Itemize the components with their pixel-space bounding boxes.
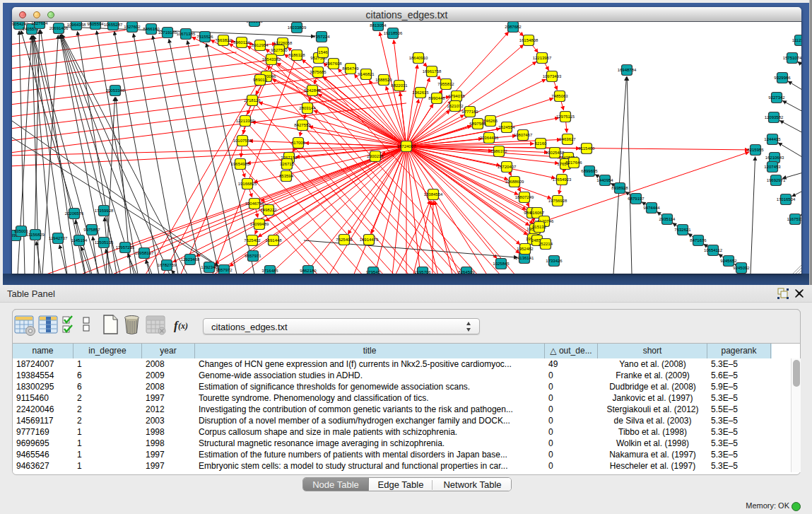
svg-text:9527500: 9527500	[271, 48, 288, 52]
svg-text:8912954: 8912954	[252, 43, 269, 47]
svg-text:12093582: 12093582	[765, 115, 784, 119]
svg-text:10046758: 10046758	[245, 201, 264, 206]
svg-text:6879197: 6879197	[628, 197, 645, 201]
svg-text:18807249: 18807249	[515, 195, 534, 199]
svg-text:8822031: 8822031	[391, 83, 408, 88]
svg-text:14099489: 14099489	[250, 222, 269, 226]
svg-text:7663822: 7663822	[215, 38, 232, 42]
svg-text:1952482: 1952482	[517, 247, 534, 251]
svg-text:10973493: 10973493	[543, 74, 562, 78]
svg-text:12942737: 12942737	[49, 236, 68, 240]
svg-text:1588520: 1588520	[375, 78, 392, 82]
svg-text:8938928: 8938928	[611, 186, 628, 190]
svg-text:10688609: 10688609	[505, 180, 524, 184]
svg-text:7625403: 7625403	[336, 238, 353, 242]
svg-text:1145194: 1145194	[71, 238, 88, 243]
svg-text:18640910: 18640910	[409, 56, 428, 60]
svg-text:9245652: 9245652	[720, 259, 737, 263]
svg-text:2967608: 2967608	[325, 62, 342, 66]
svg-text:10807467: 10807467	[514, 133, 533, 137]
svg-text:2718126: 2718126	[244, 98, 261, 103]
svg-text:15720407: 15720407	[498, 165, 517, 169]
svg-text:19654985: 19654985	[231, 162, 250, 166]
svg-text:1691448: 1691448	[265, 238, 282, 243]
svg-text:18724007: 18724007	[397, 144, 416, 148]
svg-text:7625402: 7625402	[244, 238, 261, 243]
svg-text:8215955: 8215955	[747, 148, 764, 152]
svg-text:16210643: 16210643	[765, 156, 784, 160]
svg-text:9657972: 9657972	[216, 268, 233, 272]
svg-text:10671385: 10671385	[177, 32, 196, 36]
svg-text:1498222: 1498222	[260, 208, 277, 212]
svg-text:7986372: 7986372	[490, 149, 507, 153]
svg-text:8264509: 8264509	[458, 270, 475, 274]
svg-text:6794078: 6794078	[448, 94, 465, 98]
svg-text:20206576: 20206576	[65, 211, 84, 216]
svg-text:915132: 915132	[532, 225, 547, 229]
svg-text:8454749: 8454749	[342, 66, 359, 71]
svg-text:8471676: 8471676	[690, 238, 707, 243]
svg-text:9657971: 9657971	[245, 254, 261, 258]
svg-text:3624554: 3624554	[498, 125, 515, 129]
svg-text:9605594: 9605594	[87, 22, 104, 26]
svg-text:20691406: 20691406	[49, 26, 69, 30]
svg-text:1112358: 1112358	[792, 38, 801, 42]
svg-text:9115460: 9115460	[579, 146, 596, 151]
svg-text:20364436: 20364436	[480, 136, 499, 140]
svg-text:7485063: 7485063	[551, 94, 568, 98]
svg-text:1244415: 1244415	[764, 137, 781, 141]
svg-text:8217646: 8217646	[565, 160, 582, 165]
svg-text:10655287: 10655287	[104, 23, 123, 27]
svg-text:19166825: 19166825	[238, 182, 257, 186]
svg-text:15751074: 15751074	[783, 56, 801, 60]
svg-text:1207453: 1207453	[764, 165, 781, 169]
svg-text:8427552: 8427552	[294, 123, 311, 127]
svg-text:2300215: 2300215	[367, 154, 384, 158]
svg-text:1527602: 1527602	[124, 25, 141, 29]
svg-text:1527604: 1527604	[31, 22, 48, 25]
svg-text:9862180: 9862180	[300, 269, 317, 273]
svg-text:853594: 853594	[279, 174, 294, 178]
svg-text:2195706: 2195706	[414, 270, 431, 274]
svg-text:10719185: 10719185	[158, 30, 177, 35]
svg-text:417006: 417006	[291, 141, 306, 145]
svg-text:19692971: 19692971	[767, 178, 786, 182]
svg-text:8186328: 8186328	[288, 53, 305, 57]
svg-text:1621072: 1621072	[447, 104, 464, 108]
svg-text:9463627: 9463627	[559, 137, 576, 141]
svg-text:19958107: 19958107	[135, 251, 154, 255]
svg-text:7515526: 7515526	[196, 35, 213, 39]
svg-text:17016504: 17016504	[777, 197, 796, 201]
svg-text:2087682: 2087682	[505, 25, 522, 29]
svg-text:19218506: 19218506	[384, 31, 403, 35]
svg-text:9777169: 9777169	[461, 110, 478, 114]
svg-text:10654112: 10654112	[704, 248, 723, 252]
svg-text:9242848: 9242848	[304, 88, 321, 93]
svg-text:12923468: 12923468	[181, 257, 200, 262]
svg-text:3875685: 3875685	[310, 70, 326, 74]
svg-text:14136141: 14136141	[515, 256, 534, 260]
svg-text:9227342: 9227342	[768, 95, 785, 100]
svg-text:7955812: 7955812	[437, 82, 454, 86]
svg-text:16961758: 16961758	[423, 69, 442, 74]
svg-text:17359928: 17359928	[95, 209, 114, 213]
svg-text:916067: 916067	[530, 211, 545, 215]
svg-text:16033809: 16033809	[288, 25, 307, 30]
svg-text:2935114: 2935114	[659, 217, 676, 221]
svg-text:8960124: 8960124	[233, 40, 250, 45]
svg-text:252214: 252214	[539, 242, 553, 246]
svg-text:1025845: 1025845	[493, 262, 510, 266]
svg-text:16782759: 16782759	[158, 263, 177, 267]
svg-text:7632621: 7632621	[674, 228, 691, 232]
svg-text:6899695: 6899695	[581, 169, 598, 173]
svg-text:11156829: 11156829	[26, 233, 45, 237]
svg-text:979545: 979545	[366, 270, 381, 274]
svg-text:1733426: 1733426	[546, 259, 563, 263]
svg-text:62160: 62160	[535, 141, 547, 146]
svg-text:9605593: 9605593	[246, 22, 263, 23]
svg-text:6897568: 6897568	[469, 122, 486, 126]
svg-text:16154808: 16154808	[519, 38, 539, 42]
svg-text:20053346: 20053346	[106, 88, 125, 93]
svg-text:19384554: 19384554	[424, 192, 443, 197]
svg-text:16914479: 16914479	[360, 238, 379, 242]
